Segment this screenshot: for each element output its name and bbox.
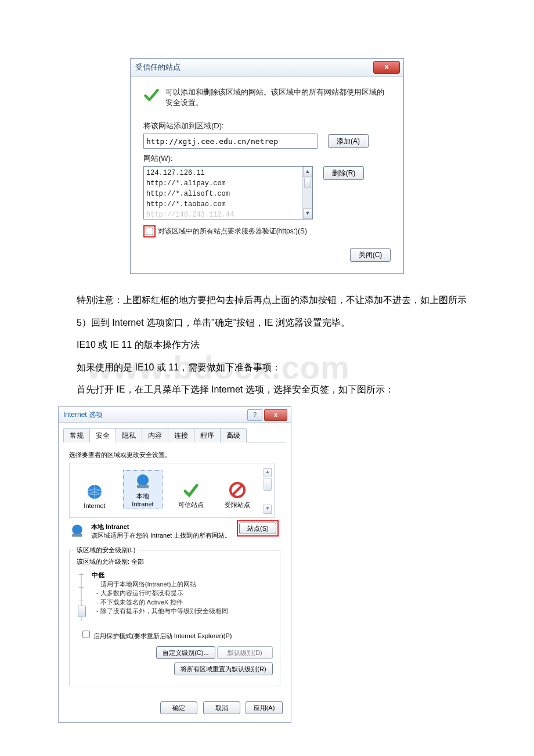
default-level-button[interactable]: 默认级别(D) [217, 646, 273, 659]
internet-options-dialog: Internet 选项 ? x 常规 安全 隐私 内容 连接 程序 高级 选择要… [58, 406, 291, 723]
custom-level-button[interactable]: 自定义级别(C)... [156, 646, 215, 659]
checkmark-icon [143, 87, 160, 103]
ok-button[interactable]: 确定 [160, 701, 197, 714]
tab-content[interactable]: 内容 [142, 428, 168, 442]
para-note: 特别注意：上图标红框的地方要把勾去掉后再点上面的添加按钮，不让添加不进去，如上图… [58, 291, 476, 309]
para-heading: IE10 或 IE 11 的版本操作方法 [58, 336, 476, 354]
tab-general[interactable]: 常规 [63, 428, 90, 442]
protected-mode-label: 启用保护模式(要求重新启动 Internet Explorer)(P) [93, 632, 232, 639]
close-button[interactable]: 关闭(C) [350, 248, 391, 262]
sites-button[interactable]: 站点(S) [239, 523, 276, 534]
sites-listbox[interactable]: 124.127.126.11 http://*.alipay.com http:… [143, 166, 313, 219]
sites-label: 网站(W): [143, 153, 391, 164]
list-item[interactable]: http://*.alipay.com [146, 178, 310, 189]
tab-advanced[interactable]: 高级 [220, 428, 247, 442]
scroll-up-icon[interactable]: ▲ [264, 468, 272, 477]
list-item[interactable]: http://*.alisoft.com [146, 189, 310, 199]
dialog-title: 受信任的站点 [135, 62, 181, 73]
bullet: 不下载未签名的 ActiveX 控件 [100, 599, 183, 606]
close-icon[interactable]: x [373, 61, 400, 74]
zone-restricted[interactable]: 受限站点 [219, 481, 255, 509]
zone-hint: 选择要查看的区域或更改安全设置。 [69, 451, 280, 459]
reset-all-button[interactable]: 将所有区域重置为默认级别(R) [174, 663, 273, 675]
zone-local-intranet[interactable]: 本地 Intranet [123, 470, 163, 509]
svg-rect-7 [72, 534, 82, 537]
zone-internet[interactable]: Internet [77, 483, 113, 509]
list-item[interactable]: http://*.taobao.com [146, 199, 310, 210]
scroll-thumb[interactable] [264, 478, 272, 491]
tab-connections[interactable]: 连接 [168, 428, 194, 442]
security-level-group: 该区域的安全级别(L) 该区域的允许级别: 全部 中低 - 适用于本地网络(In… [69, 550, 280, 686]
add-site-input[interactable] [143, 134, 317, 149]
zone-scrollbar[interactable]: ▲ ▼ [264, 468, 272, 514]
zone-selector: Internet 本地 Intranet 可信站点 受限站点 ▲ ▼ [69, 463, 275, 518]
scroll-up-icon[interactable]: ▲ [303, 167, 312, 177]
https-checkbox[interactable] [146, 228, 153, 235]
tab-privacy[interactable]: 隐私 [116, 428, 142, 442]
scroll-thumb[interactable] [304, 178, 311, 188]
bullet: 适用于本地网络(Intranet)上的网站 [100, 581, 197, 588]
add-field-label: 将该网站添加到区域(D): [143, 121, 391, 131]
list-item[interactable]: 124.127.126.11 [146, 168, 310, 178]
tab-security[interactable]: 安全 [89, 428, 116, 442]
titlebar[interactable]: Internet 选项 ? x [59, 407, 291, 423]
svg-point-6 [72, 525, 82, 535]
add-button[interactable]: 添加(A) [328, 134, 369, 148]
globe-icon [69, 523, 85, 541]
scroll-down-icon[interactable]: ▼ [264, 505, 272, 514]
cancel-button[interactable]: 取消 [203, 701, 240, 714]
tabs: 常规 安全 隐私 内容 连接 程序 高级 [63, 427, 286, 442]
scrollbar[interactable]: ▲ ▼ [302, 167, 312, 219]
remove-button[interactable]: 删除(R) [323, 166, 364, 180]
titlebar[interactable]: 受信任的站点 x [131, 59, 403, 77]
https-checkbox-highlight [143, 225, 156, 237]
bullet: 大多数内容运行时都没有提示 [100, 589, 183, 596]
apply-button[interactable]: 应用(A) [246, 701, 283, 714]
svg-line-5 [232, 485, 243, 495]
trusted-sites-dialog: 受信任的站点 x 可以添加和删除该区域的网站。该区域中的所有网站都使用区域的安全… [130, 58, 404, 274]
security-slider[interactable] [77, 571, 86, 623]
protected-mode-checkbox[interactable] [82, 631, 90, 638]
tab-programs[interactable]: 程序 [194, 428, 221, 442]
https-label: 对该区域中的所有站点要求服务器验证(https:)(S) [158, 227, 307, 235]
para-prep: 如果使用的是 IE10 或 11，需要做如下准备事项： [58, 359, 476, 376]
list-item[interactable]: http://148.243.112.44 [146, 210, 310, 219]
dialog-title: Internet 选项 [63, 410, 103, 420]
zone-description: 该区域适用于在您的 Intranet 上找到的所有网站。 [91, 531, 231, 540]
close-icon[interactable]: x [264, 409, 287, 421]
para-open: 首先打开 IE，在工具菜单下选择 Internet 选项，选择安全页签，如下图所… [58, 381, 476, 398]
intro-text: 可以添加和删除该区域的网站。该区域中的所有网站都使用区域的安全设置。 [165, 87, 391, 108]
zone-title: 本地 Intranet [91, 523, 231, 531]
para-step5: 5）回到 Internet 选项窗口，单击"确定"按钮，IE 浏览器设置完毕。 [58, 314, 476, 332]
svg-point-2 [137, 474, 149, 486]
level-name: 中低 [92, 571, 228, 579]
security-legend: 该区域的安全级别(L) [74, 546, 138, 555]
help-icon[interactable]: ? [247, 409, 262, 421]
svg-rect-3 [137, 485, 149, 488]
bullet: 除了没有提示外，其他与中等级别安全级相同 [100, 607, 228, 614]
allow-level-label: 该区域的允许级别: 全部 [77, 557, 273, 566]
scroll-down-icon[interactable]: ▼ [303, 208, 312, 219]
sites-button-highlight: 站点(S) [237, 520, 279, 537]
zone-trusted[interactable]: 可信站点 [173, 481, 209, 509]
